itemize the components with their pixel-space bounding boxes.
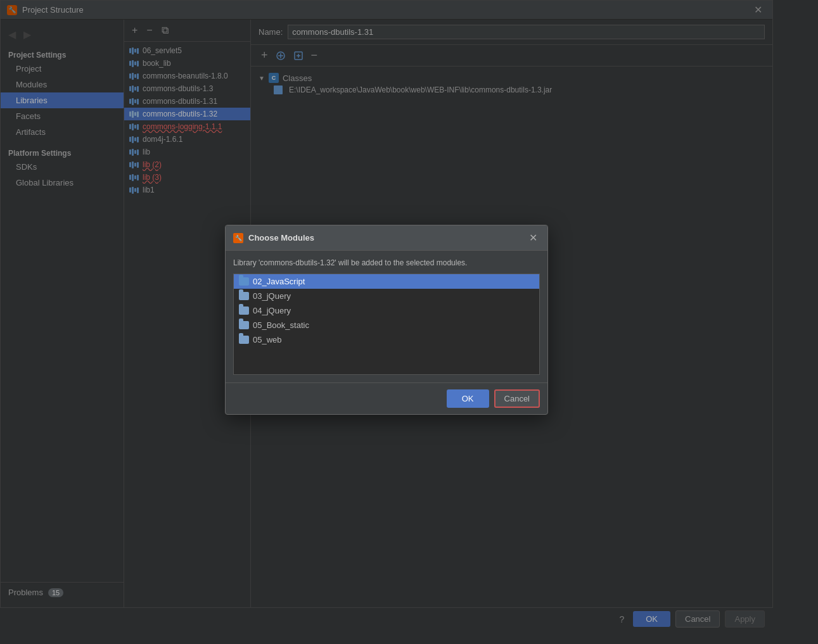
folder-icon <box>239 292 249 300</box>
modal-title-left: 🔧 Choose Modules <box>233 233 314 243</box>
folder-icon <box>239 336 249 344</box>
folder-icon <box>239 321 249 329</box>
modal-body: Library 'commons-dbutils-1.32' will be a… <box>226 251 547 382</box>
module-item[interactable]: 05_Book_static <box>234 318 539 332</box>
modal-close-button[interactable]: ✕ <box>527 230 540 245</box>
folder-icon <box>239 306 249 315</box>
choose-modules-dialog: 🔧 Choose Modules ✕ Library 'commons-dbut… <box>225 225 548 415</box>
folder-icon <box>239 277 249 286</box>
modal-title: Choose Modules <box>248 233 314 243</box>
modal-title-bar: 🔧 Choose Modules ✕ <box>226 225 547 251</box>
modal-ok-button[interactable]: OK <box>447 389 489 408</box>
module-list: 02_JavaScript 03_jQuery 04_jQuery 05_Boo… <box>233 274 540 375</box>
module-item[interactable]: 05_web <box>234 332 539 347</box>
module-item[interactable]: 03_jQuery <box>234 289 539 303</box>
modal-footer: OK Cancel <box>226 382 547 414</box>
module-item[interactable]: 04_jQuery <box>234 303 539 318</box>
modal-cancel-button[interactable]: Cancel <box>494 389 540 408</box>
module-item-selected[interactable]: 02_JavaScript <box>234 274 539 289</box>
modal-overlay: 🔧 Choose Modules ✕ Library 'commons-dbut… <box>0 0 818 644</box>
modal-description: Library 'commons-dbutils-1.32' will be a… <box>233 258 540 267</box>
modal-idea-icon: 🔧 <box>233 233 243 243</box>
